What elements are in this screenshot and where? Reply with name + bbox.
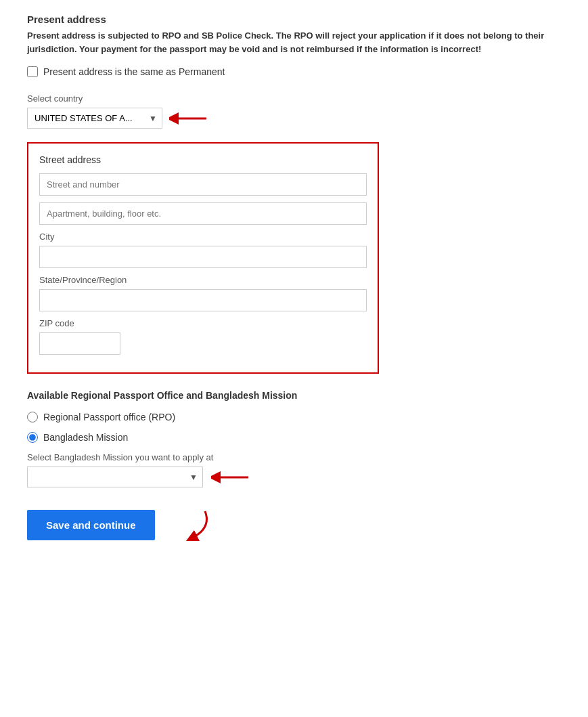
street-number-input[interactable]	[39, 173, 367, 196]
country-label: Select country	[27, 93, 561, 104]
street-address-box-title: Street address	[39, 154, 367, 165]
rpo-radio[interactable]	[27, 412, 38, 422]
mission-radio[interactable]	[27, 432, 38, 443]
save-button-arrow-icon	[164, 508, 212, 542]
city-input[interactable]	[39, 246, 367, 268]
state-input[interactable]	[39, 289, 367, 311]
section-description: Present address is subjected to RPO and …	[27, 29, 561, 56]
mission-arrow-indicator-icon	[211, 468, 252, 487]
street-address-box: Street address City State/Province/Regio…	[27, 142, 379, 374]
available-section-title: Available Regional Passport Office and B…	[27, 390, 561, 401]
apartment-input[interactable]	[39, 202, 367, 225]
mission-select-label: Select Bangladesh Mission you want to ap…	[27, 452, 561, 462]
mission-label: Bangladesh Mission	[43, 432, 128, 443]
state-label: State/Province/Region	[39, 275, 367, 285]
same-as-permanent-label: Present address is the same as Permanent	[43, 66, 225, 77]
rpo-label: Regional Passport office (RPO)	[43, 412, 175, 422]
section-title: Present address	[27, 14, 561, 25]
zip-input[interactable]	[39, 332, 120, 355]
save-continue-button[interactable]: Save and continue	[27, 510, 155, 540]
country-select[interactable]: UNITED STATES OF A...	[27, 108, 162, 129]
country-arrow-indicator-icon	[169, 109, 210, 128]
city-label: City	[39, 232, 367, 242]
same-as-permanent-checkbox[interactable]	[27, 66, 38, 77]
mission-select[interactable]	[27, 466, 203, 487]
zip-label: ZIP code	[39, 318, 367, 328]
